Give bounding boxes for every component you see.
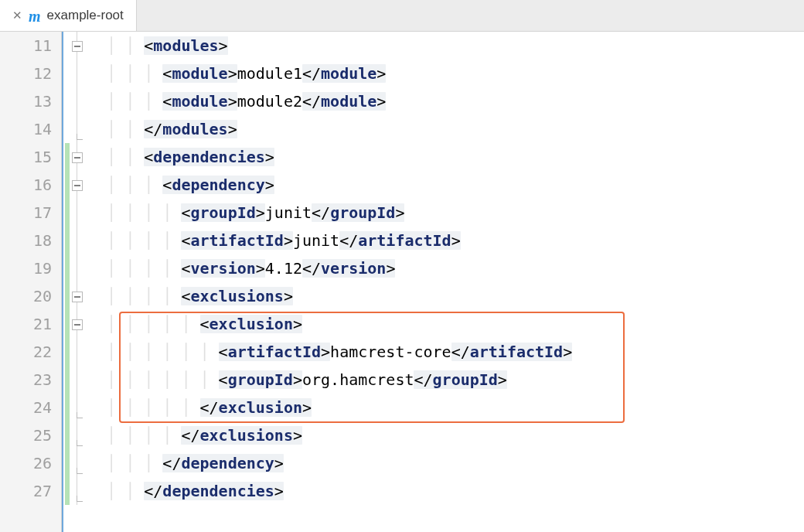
fold-toggle-icon[interactable] — [72, 41, 83, 52]
fold-end-icon — [77, 496, 83, 502]
line-number: 20 — [0, 282, 52, 310]
code-line[interactable]: │ │ │ │ │ │ <groupId>org.hamcrest</group… — [85, 366, 804, 394]
fold-toggle-icon[interactable] — [72, 319, 83, 330]
line-number: 14 — [0, 115, 52, 143]
line-number: 18 — [0, 227, 52, 254]
line-number: 12 — [0, 60, 52, 87]
fold-end-icon — [77, 468, 83, 474]
code-line[interactable]: │ │ │ │ </exclusions> — [85, 421, 804, 449]
editor-tab[interactable]: ✕ m example-root — [0, 0, 137, 31]
line-number: 24 — [0, 394, 52, 421]
maven-icon: m — [29, 9, 41, 24]
fold-toggle-icon[interactable] — [72, 292, 83, 302]
fold-toggle-icon[interactable] — [72, 180, 83, 191]
line-number: 22 — [0, 338, 52, 366]
line-number: 25 — [0, 421, 52, 449]
code-line[interactable]: │ │ │ │ <exclusions> — [85, 282, 804, 310]
code-line[interactable]: │ │ │ │ │ <exclusion> — [85, 310, 804, 338]
code-line[interactable]: │ │ <modules> — [85, 32, 804, 60]
code-line[interactable]: │ │ <dependencies> — [85, 143, 804, 171]
line-number: 17 — [0, 199, 52, 227]
code-line[interactable]: │ │ │ │ <version>4.12</version> — [85, 254, 804, 282]
fold-end-icon — [77, 134, 83, 140]
tab-title: example-root — [47, 8, 124, 23]
code-editor[interactable]: 1112131415161718192021222324252627 │ │ <… — [0, 32, 804, 532]
vcs-change-marker[interactable] — [65, 143, 70, 505]
line-number: 13 — [0, 87, 52, 115]
code-line[interactable]: │ │ │ │ │ │ <artifactId>hamcrest-core</a… — [85, 338, 804, 366]
close-icon[interactable]: ✕ — [12, 9, 22, 22]
code-line[interactable]: │ │ │ </dependency> — [85, 449, 804, 477]
fold-end-icon — [77, 440, 83, 446]
fold-gutter[interactable] — [62, 32, 85, 532]
fold-end-icon — [77, 412, 83, 418]
code-line[interactable]: │ │ │ <module>module2</module> — [85, 87, 804, 115]
code-line[interactable]: │ │ │ │ <groupId>junit</groupId> — [85, 199, 804, 227]
line-number: 19 — [0, 254, 52, 282]
line-number: 15 — [0, 143, 52, 171]
line-number: 26 — [0, 449, 52, 477]
code-line[interactable]: │ │ │ │ │ </exclusion> — [85, 394, 804, 421]
line-number: 11 — [0, 32, 52, 60]
code-line[interactable]: │ │ </dependencies> — [85, 477, 804, 505]
line-number: 21 — [0, 310, 52, 338]
line-number: 23 — [0, 366, 52, 394]
code-line[interactable]: │ │ </modules> — [85, 115, 804, 143]
fold-toggle-icon[interactable] — [72, 152, 83, 163]
line-number: 27 — [0, 477, 52, 505]
code-line[interactable]: │ │ │ <module>module1</module> — [85, 60, 804, 87]
line-number-gutter: 1112131415161718192021222324252627 — [0, 32, 62, 532]
code-area[interactable]: │ │ <modules> │ │ │ <module>module1</mod… — [85, 32, 804, 532]
code-line[interactable]: │ │ │ <dependency> — [85, 171, 804, 199]
line-number: 16 — [0, 171, 52, 199]
editor-tab-bar: ✕ m example-root — [0, 0, 804, 32]
code-line[interactable]: │ │ │ │ <artifactId>junit</artifactId> — [85, 227, 804, 254]
